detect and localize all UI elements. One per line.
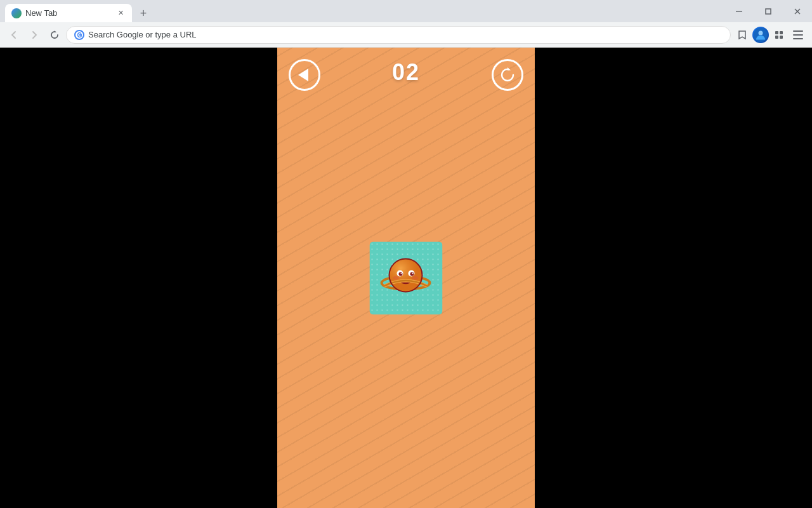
active-tab[interactable]: New Tab ✕ xyxy=(5,4,132,22)
toolbar-actions xyxy=(733,26,807,44)
address-text: Search Google or type a URL xyxy=(88,30,723,39)
svg-point-8 xyxy=(759,30,763,35)
profile-avatar[interactable] xyxy=(752,27,769,43)
svg-rect-11 xyxy=(775,36,778,39)
bookmark-button[interactable] xyxy=(733,26,751,44)
svg-rect-0 xyxy=(736,11,742,12)
svg-point-22 xyxy=(399,272,403,276)
google-icon: G xyxy=(74,30,84,40)
left-panel xyxy=(0,48,277,508)
svg-marker-4 xyxy=(55,30,56,32)
minimize-button[interactable] xyxy=(724,0,754,22)
game-ui: 02 xyxy=(277,48,535,508)
svg-text:G: G xyxy=(77,32,82,39)
svg-point-24 xyxy=(401,272,402,274)
svg-point-25 xyxy=(412,272,414,274)
reload-button[interactable] xyxy=(46,26,63,44)
right-panel xyxy=(535,48,812,508)
svg-rect-9 xyxy=(775,31,778,34)
close-button[interactable] xyxy=(783,0,812,22)
svg-rect-13 xyxy=(793,30,803,32)
tab-title: New Tab xyxy=(25,8,115,18)
svg-rect-10 xyxy=(780,31,783,34)
new-tab-button[interactable]: + xyxy=(134,4,152,22)
svg-rect-1 xyxy=(766,9,771,14)
game-viewport: 02 xyxy=(277,48,535,508)
planet-icon xyxy=(379,251,433,305)
back-button[interactable] xyxy=(5,26,23,44)
svg-point-26 xyxy=(393,276,400,279)
svg-point-23 xyxy=(410,272,414,276)
title-bar: New Tab ✕ + xyxy=(0,0,812,22)
main-content: 02 xyxy=(0,48,812,508)
window-controls xyxy=(724,0,812,22)
svg-rect-12 xyxy=(780,36,783,39)
svg-point-27 xyxy=(412,276,419,279)
svg-marker-16 xyxy=(508,67,511,70)
tab-close-button[interactable]: ✕ xyxy=(115,8,126,18)
svg-rect-15 xyxy=(793,38,803,39)
maximize-button[interactable] xyxy=(754,0,783,22)
toolbar: G Search Google or type a URL xyxy=(0,22,812,48)
extensions-button[interactable] xyxy=(770,26,788,44)
address-bar[interactable]: G Search Google or type a URL xyxy=(66,26,731,44)
planet-card xyxy=(370,241,443,314)
svg-rect-14 xyxy=(793,34,803,36)
game-restart-button[interactable] xyxy=(492,59,523,91)
forward-button[interactable] xyxy=(25,26,43,44)
tab-bar: New Tab ✕ + xyxy=(5,0,152,22)
menu-button[interactable] xyxy=(789,26,807,44)
chrome-frame: New Tab ✕ + xyxy=(0,0,812,48)
game-back-button[interactable] xyxy=(289,59,320,91)
game-score: 02 xyxy=(392,59,420,86)
tab-favicon xyxy=(11,8,22,18)
